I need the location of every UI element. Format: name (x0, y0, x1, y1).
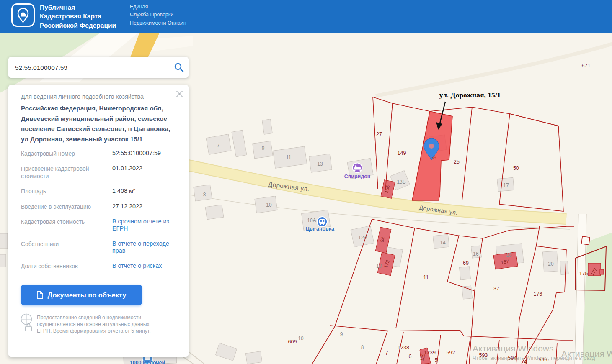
app: ул. Дорожная, 15/1 79111381010А12А101416… (0, 0, 612, 364)
search-bar (8, 57, 189, 78)
map-label: 10А (307, 218, 316, 223)
map-label: 25 (454, 159, 460, 165)
detail-value: 1 408 м² (112, 187, 135, 195)
map-label: 13 (317, 161, 323, 167)
detail-value: 27.12.2022 (112, 203, 142, 210)
report-link[interactable]: В срочном отчете из ЕГРН (112, 218, 178, 233)
detail-row-commissioning: Введение в эксплуатацию 27.12.2022 (21, 203, 178, 210)
map-label: Цыгановка (306, 226, 335, 232)
detail-label: Кадастровая стоимость (21, 218, 112, 233)
map-label: Спиридон (344, 174, 371, 179)
rosreestr-lock-icon (20, 313, 34, 333)
map-label: 6 (409, 354, 412, 359)
map-label: 11 (286, 154, 292, 160)
close-icon (176, 90, 183, 97)
map-label: 16 (473, 251, 479, 257)
map-label: 37 (493, 286, 499, 292)
button-label: Документы по объекту (48, 291, 127, 299)
egrn-note: Предоставление сведений о недвижимости о… (37, 315, 155, 334)
map-label: 10 (266, 202, 272, 208)
map-label: 9 (262, 145, 265, 151)
poi-hotel-spiridon[interactable] (353, 163, 362, 173)
detail-value: 01.01.2022 (112, 165, 142, 180)
brand-line: Кадастровая Карта (40, 12, 116, 21)
map-label: 149 (398, 150, 406, 156)
map-label: 7 (217, 143, 220, 149)
header-divider (123, 1, 123, 31)
parcel-info-panel: Для ведения личного подсобного хозяйства… (8, 85, 189, 357)
service-line: Служба Проверки (130, 11, 186, 19)
map-label: 175 (579, 271, 588, 277)
parcel-details: Кадастровый номер 52:55:0100007:59 Присв… (21, 150, 178, 277)
service-link[interactable]: Единая Служба Проверки Недвижимости Онла… (130, 3, 186, 27)
object-documents-button[interactable]: Документы по объекту (21, 285, 142, 305)
map-label: 671 (582, 63, 591, 69)
map-label: 59 (431, 155, 436, 161)
map-label: 8 (361, 344, 364, 350)
brand-line: Российской Федерации (40, 21, 116, 30)
search-button[interactable] (173, 62, 184, 73)
map-label: 9 (340, 331, 343, 337)
detail-label: Долги собственников (21, 262, 112, 270)
detail-value: 52:55:0100007:59 (112, 150, 161, 157)
map-label: 1238 (398, 345, 409, 351)
map-label: 18 (506, 252, 512, 258)
detail-row-valuation-date: Присвоение кадастровой стоимости 01.01.2… (21, 165, 178, 180)
map-label: 8 (203, 192, 206, 197)
map-label: 14 (440, 240, 446, 246)
map-label: 10 (298, 336, 304, 341)
detail-row-owner-debts: Долги собственников В отчете о рисках (21, 262, 178, 270)
brand-title[interactable]: Публичная Кадастровая Карта Российской Ф… (40, 3, 116, 30)
detail-label: Присвоение кадастровой стоимости (21, 165, 112, 180)
service-line: Недвижимости Онлайн (130, 19, 186, 27)
map-label: 176 (534, 291, 542, 297)
map-label: 13Б (397, 179, 405, 185)
poi-busstop-tsyganovka[interactable] (317, 217, 327, 227)
map-label: 592 (447, 350, 455, 356)
detail-label: Собственники (21, 240, 112, 255)
panel-footer: Предоставление сведений о недвижимости о… (20, 313, 178, 334)
detail-label: Площадь (21, 187, 112, 195)
map-label: 17 (503, 182, 509, 188)
map-label: 609 (288, 339, 297, 345)
map-label: 11 (423, 274, 429, 280)
detail-row-cadastral-number: Кадастровый номер 52:55:0100007:59 (21, 150, 178, 157)
search-input[interactable] (14, 57, 167, 79)
map-label: 50 (513, 165, 519, 171)
detail-row-area: Площадь 1 408 м² (21, 187, 178, 195)
detail-label: Введение в эксплуатацию (21, 203, 112, 210)
map-label: 69 (463, 260, 469, 266)
land-usage-text: Для ведения личного подсобного хозяйства (21, 93, 165, 100)
watermark-line1: Активация Windows (473, 343, 554, 353)
app-logo-icon[interactable] (11, 3, 35, 27)
watermark-overlay: Активация W (561, 349, 612, 359)
detail-label: Кадастровый номер (21, 150, 112, 157)
map-label: 1000 мелочей (130, 360, 165, 364)
parcel-address: Российская Федерация, Нижегородская обл,… (21, 103, 179, 144)
header: Публичная Кадастровая Карта Российской Ф… (0, 0, 612, 33)
close-button[interactable] (176, 90, 183, 97)
callout-label: ул. Дорожная, 15/1 (439, 91, 501, 99)
map-label: 7 (385, 350, 388, 356)
service-line: Единая (130, 3, 186, 11)
detail-row-owners: Собственники В отчете о переходе прав (21, 240, 178, 255)
detail-row-cadastral-value: Кадастровая стоимость В срочном отчете и… (21, 218, 178, 233)
map-label: 20 (548, 261, 554, 267)
search-icon (173, 62, 184, 73)
report-link[interactable]: В отчете о переходе прав (112, 240, 178, 255)
brand-line: Публичная (40, 3, 116, 12)
map-label: 27 (376, 131, 382, 137)
map-label: 5 (435, 357, 438, 363)
document-icon (37, 291, 43, 299)
report-link[interactable]: В отчете о рисках (112, 262, 162, 270)
map-label: 12А (358, 235, 367, 241)
map-label: 10 (376, 263, 382, 269)
